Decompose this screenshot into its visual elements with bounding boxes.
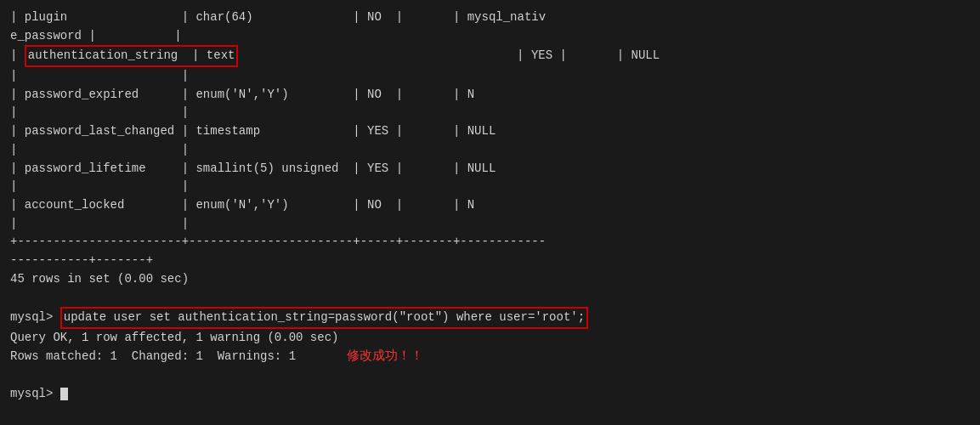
line-pwd-lifetime: | password_lifetime | smallint(5) unsign… xyxy=(10,160,970,178)
line-plugin2: e_password | | xyxy=(10,27,970,46)
line-sep1: | | xyxy=(10,67,970,86)
line-divider1: +-----------------------+---------------… xyxy=(10,233,970,252)
line-sep5: | | xyxy=(10,215,970,234)
line-sep4: | | xyxy=(10,178,970,196)
line-blank2 xyxy=(10,367,970,386)
line-sep2: | | xyxy=(10,104,970,122)
cursor-block xyxy=(60,388,68,400)
success-annotation: 修改成功！！ xyxy=(347,349,423,364)
line-command: mysql> update user set authentication_st… xyxy=(10,307,970,329)
line-auth-string: | authentication_string | text | YES | |… xyxy=(10,45,970,67)
line-divider2: -----------+-------+ xyxy=(10,252,970,270)
final-mysql-prompt: mysql> xyxy=(10,387,60,400)
rows-matched-text: Rows matched: 1 Changed: 1 Warnings: 1 xyxy=(10,349,296,363)
auth-prefix: | xyxy=(10,48,25,62)
line-sep3: | | xyxy=(10,141,970,160)
line-pwd-last: | password_last_changed | timestamp | YE… xyxy=(10,122,970,141)
auth-highlight: authentication_string | text xyxy=(25,45,239,67)
line-plugin: | plugin | char(64) | NO | | mysql_nativ xyxy=(10,8,970,27)
line-final-prompt: mysql> xyxy=(10,385,970,404)
line-query-ok: Query OK, 1 row affected, 1 warning (0.0… xyxy=(10,329,970,348)
line-row-count: 45 rows in set (0.00 sec) xyxy=(10,270,970,289)
line-pwd-expired: | password_expired | enum('N','Y') | NO … xyxy=(10,86,970,105)
line-rows-matched: Rows matched: 1 Changed: 1 Warnings: 1修改… xyxy=(10,347,970,366)
auth-suffix: | YES | | NULL xyxy=(238,48,660,62)
mysql-prompt: mysql> xyxy=(10,310,60,324)
terminal-window: | plugin | char(64) | NO | | mysql_nativ… xyxy=(10,8,970,416)
line-account-locked: | account_locked | enum('N','Y') | NO | … xyxy=(10,196,970,215)
line-blank1 xyxy=(10,288,970,307)
command-highlight: update user set authentication_string=pa… xyxy=(60,307,588,329)
